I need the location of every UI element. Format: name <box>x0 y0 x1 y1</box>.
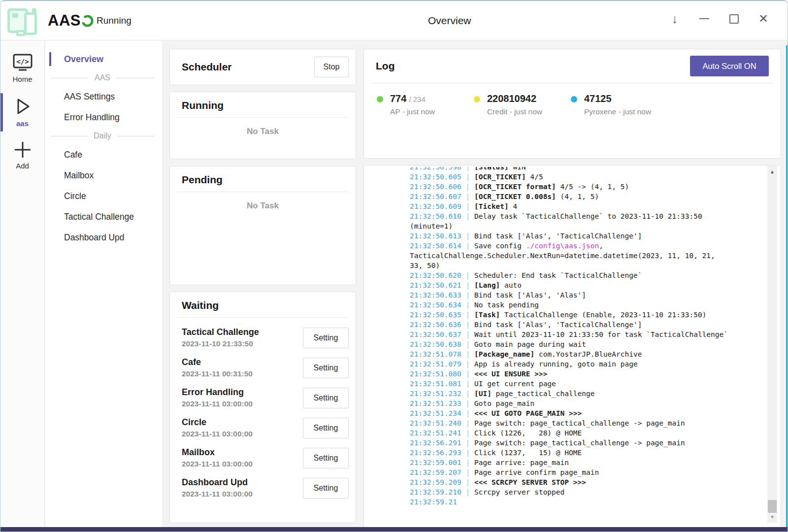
task-next-run-time: 2023-11-11 03:00:00 <box>182 489 253 499</box>
rail-item-aas[interactable]: aas <box>0 92 45 133</box>
scroll-down-icon[interactable]: ▼ <box>767 512 777 522</box>
log-entry: INFO21:32:50.638 | Goto main page during… <box>369 339 759 349</box>
log-entry: INFO21:32:51.078 | [Package_name] com.Yo… <box>369 349 759 359</box>
stat-value: 220810942 <box>487 93 536 104</box>
waiting-task-list: Tactical Challenge 2023-11-10 21:33:50 S… <box>170 318 356 503</box>
task-setting-button[interactable]: Setting <box>303 358 349 378</box>
rail-item-add[interactable]: Add <box>0 136 45 175</box>
code-monitor-icon: </> <box>11 53 34 72</box>
log-entry: INFO21:32:51.080 | <<< UI ENSURE >>> <box>369 369 759 379</box>
minimize-icon[interactable] <box>698 12 711 25</box>
scrollbar-thumb[interactable] <box>768 500 777 513</box>
pending-card: Pending No Task <box>169 166 356 285</box>
play-icon <box>12 96 33 117</box>
nav-sidebar: Overview AAS AAS Settings Error Handling… <box>45 41 163 529</box>
log-entry: INFO21:32:59.209 | <<< SCRCPY SERVER STO… <box>369 477 759 487</box>
log-entry: INFO21:32:59.207 | Page arrive confirm p… <box>369 467 759 477</box>
nav-item-label: Circle <box>64 191 86 201</box>
nav-item-label: Tactical Challenge <box>64 212 134 222</box>
stat-value: 47125 <box>584 93 612 104</box>
log-entry: INFO21:32:50.607 | [OCR_TICKET 0.008s] (… <box>369 192 759 201</box>
log-entry: INFO21:32:56.293 | Click (1237, 15) @ HO… <box>369 448 759 458</box>
log-entry: INFO21:32:51.232 | [UI] page_tactical_ch… <box>369 389 759 399</box>
nav-item-tactical-challenge[interactable]: Tactical Challenge <box>45 206 163 227</box>
rail-item-label: Add <box>16 162 29 170</box>
rail-item-home[interactable]: </> Home <box>0 49 45 88</box>
window-right-edge <box>786 45 788 532</box>
log-entry: INFO21:32:50.635 | [Task] TacticalChalle… <box>369 310 759 320</box>
hide-to-tray-icon[interactable]: ↓ <box>668 12 681 25</box>
stat-item: 220810942 Credit - just now <box>474 93 571 116</box>
task-next-run-time: 2023-11-11 03:00:00 <box>182 429 253 439</box>
page-title: Overview <box>428 15 471 27</box>
waiting-task-row: Error Handling 2023-11-11 03:00:00 Setti… <box>182 383 349 413</box>
running-spinner-icon <box>81 14 94 28</box>
nav-item-circle[interactable]: Circle <box>45 186 163 206</box>
scheduler-card: Scheduler Stop <box>169 49 356 85</box>
rail-item-label: Home <box>12 75 32 83</box>
nav-item-mailbox[interactable]: Mailbox <box>45 165 163 186</box>
nav-section-divider: AAS <box>45 69 163 86</box>
app-window: AAS Running Overview ↓ ✕ </> Home aas <box>0 0 788 532</box>
resource-stats: 774/ 234 AP - just now 220810942 Credit … <box>364 83 781 116</box>
pending-title: Pending <box>182 174 344 186</box>
stop-button[interactable]: Stop <box>314 57 349 77</box>
stat-label: Credit - just now <box>487 107 542 116</box>
nav-item-aas-settings[interactable]: AAS Settings <box>45 86 163 107</box>
waiting-card: Waiting Tactical Challenge 2023-11-10 21… <box>169 292 356 523</box>
waiting-title: Waiting <box>182 299 344 311</box>
waiting-task-row: Tactical Challenge 2023-11-10 21:33:50 S… <box>182 323 349 353</box>
log-entry: INFO21:32:50.610 | Delay task `TacticalC… <box>369 211 759 231</box>
nav-item-dashboard-upd[interactable]: Dashboard Upd <box>45 227 163 248</box>
waiting-task-row: Dashboard Upd 2023-11-11 03:00:00 Settin… <box>182 473 349 503</box>
stat-item: 47125 Pyroxene - just now <box>571 93 668 116</box>
nav-item-cafe[interactable]: Cafe <box>45 144 163 165</box>
scheduler-title: Scheduler <box>182 61 232 73</box>
nav-item-overview[interactable]: Overview <box>45 49 163 69</box>
nav-item-label: AAS Settings <box>64 92 115 102</box>
task-name: Dashboard Upd <box>182 476 253 489</box>
task-next-run-time: 2023-11-11 00:31:50 <box>182 368 253 379</box>
log-entry: INFO21:32:51.081 | UI get current page <box>369 379 759 389</box>
nav-item-label: Mailbox <box>64 170 94 181</box>
stat-dot-icon <box>474 96 480 102</box>
task-setting-button[interactable]: Setting <box>303 328 349 348</box>
log-entry: INFO21:32:50.614 | Save config ./config\… <box>369 241 759 270</box>
window-bottom-bar <box>0 527 788 532</box>
auto-scroll-toggle-button[interactable]: Auto Scroll ON <box>690 56 769 76</box>
nav-item-error-handling[interactable]: Error Handling <box>45 107 163 128</box>
log-entry: INFO21:32:51.079 | App is already runnin… <box>369 359 759 369</box>
plus-icon <box>13 140 33 159</box>
scheduler-status-text: Running <box>97 15 131 26</box>
stat-dot-icon <box>377 96 383 102</box>
log-output-card[interactable]: INFO21:32:50.598 | [Status] WININFO21:32… <box>363 165 781 529</box>
close-icon[interactable]: ✕ <box>757 12 770 25</box>
stat-value: 774 <box>390 93 406 104</box>
log-entry: INFO21:32:56.291 | Page switch: page_tac… <box>369 438 759 448</box>
task-name: Cafe <box>182 356 253 368</box>
task-name: Error Handling <box>182 386 253 399</box>
log-entry: INFO21:32:50.637 | Wait until 2023-11-10… <box>369 330 759 339</box>
rail-item-label: aas <box>16 119 29 128</box>
task-setting-button[interactable]: Setting <box>303 388 349 408</box>
task-name: Mailbox <box>182 446 253 459</box>
task-setting-button[interactable]: Setting <box>303 448 349 468</box>
log-scrollbar[interactable]: ▲ ▼ <box>767 166 777 523</box>
log-entry: INFO21:32:51.241 | Click (1226, 28) @ HO… <box>369 428 759 438</box>
maximize-icon[interactable] <box>727 12 740 25</box>
task-setting-button[interactable]: Setting <box>303 478 349 499</box>
log-output: INFO21:32:50.598 | [Status] WININFO21:32… <box>369 167 759 505</box>
log-entry: INFO21:32:50.636 | Bind task ['Alas', 'T… <box>369 320 759 330</box>
nav-item-label: Error Handling <box>64 112 120 123</box>
icon-rail: </> Home aas Add <box>0 41 45 529</box>
log-entry: INFO21:32:50.598 | [Status] WIN <box>369 167 759 172</box>
task-next-run-time: 2023-11-10 21:33:50 <box>182 338 259 349</box>
nav-section-label: AAS <box>95 73 110 82</box>
log-entry: INFO21:32:50.605 | [OCR_TICKET] 4/5 <box>369 172 759 182</box>
scroll-up-icon[interactable]: ▲ <box>767 166 777 176</box>
log-entry: INFO21:32:50.606 | [OCR_TICKET format] 4… <box>369 182 759 192</box>
waiting-task-row: Mailbox 2023-11-11 03:00:00 Setting <box>182 443 349 473</box>
nav-item-label: Dashboard Upd <box>64 233 125 243</box>
task-setting-button[interactable]: Setting <box>303 418 349 438</box>
stat-label: Pyroxene - just now <box>584 107 651 116</box>
